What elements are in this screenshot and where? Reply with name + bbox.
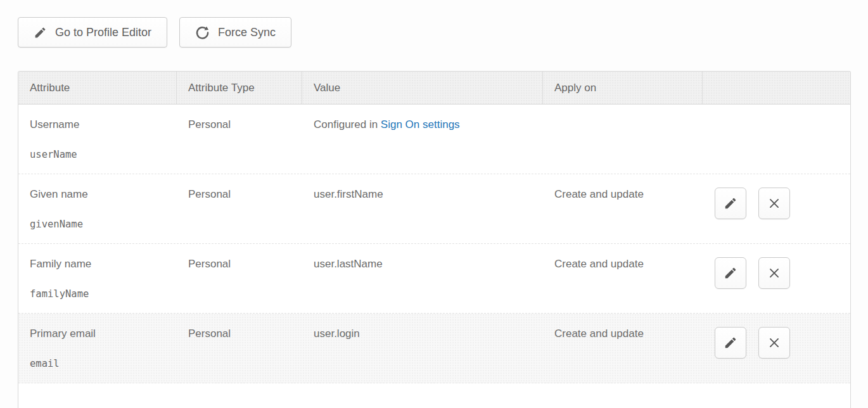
column-header-value: Value [302, 72, 543, 104]
table-row: Given name givenName Personal user.first… [18, 174, 850, 244]
column-header-apply-on: Apply on [543, 72, 703, 104]
attribute-label: Primary email [30, 328, 170, 340]
edit-attribute-button[interactable] [715, 188, 746, 219]
value-cell: user.login [302, 314, 543, 383]
attribute-mappings-table: Attribute Attribute Type Value Apply on … [18, 71, 851, 408]
x-icon [767, 196, 781, 210]
attribute-variable-name: givenName [30, 218, 170, 231]
attribute-type-cell: Personal [177, 105, 302, 174]
pencil-icon [724, 266, 737, 280]
actions-cell [703, 105, 850, 174]
x-icon [767, 266, 781, 280]
table-row: Primary email email Personal user.login … [18, 314, 850, 383]
table-header: Attribute Attribute Type Value Apply on [18, 72, 850, 105]
attribute-label: Family name [30, 258, 170, 271]
refresh-icon [195, 25, 210, 40]
actions-cell [703, 174, 850, 243]
x-icon [767, 336, 781, 350]
force-sync-label: Force Sync [218, 26, 276, 39]
table-row: Username userName Personal Configured in… [18, 105, 850, 174]
attribute-cell: Username userName [18, 105, 177, 174]
value-text: user.firstName [314, 188, 383, 200]
column-header-attribute: Attribute [18, 72, 177, 104]
apply-on-cell [543, 105, 703, 174]
value-text: Configured in [314, 118, 381, 131]
column-header-actions [703, 72, 850, 104]
pencil-icon [34, 26, 47, 39]
value-text: user.login [314, 328, 360, 340]
table-row-partial [18, 383, 850, 408]
column-header-attribute-type: Attribute Type [177, 72, 302, 104]
delete-attribute-button[interactable] [758, 257, 790, 289]
attribute-variable-name: familyName [30, 288, 170, 300]
toolbar: Go to Profile Editor Force Sync [0, 0, 868, 48]
value-cell: user.lastName [302, 244, 543, 313]
edit-attribute-button[interactable] [715, 257, 746, 289]
apply-on-cell: Create and update [543, 314, 703, 383]
edit-attribute-button[interactable] [715, 327, 746, 359]
delete-attribute-button[interactable] [758, 188, 790, 219]
force-sync-button[interactable]: Force Sync [179, 17, 291, 48]
attribute-variable-name: userName [30, 148, 170, 161]
attribute-type-cell: Personal [177, 314, 302, 383]
go-to-profile-editor-button[interactable]: Go to Profile Editor [18, 17, 167, 48]
pencil-icon [724, 196, 737, 210]
attribute-type-cell: Personal [177, 244, 302, 313]
table-row: Family name familyName Personal user.las… [18, 244, 850, 314]
value-cell: Configured in Sign On settings [302, 105, 543, 174]
apply-on-cell: Create and update [543, 174, 703, 243]
attribute-label: Username [30, 118, 170, 131]
attribute-cell: Primary email email [18, 314, 177, 383]
attribute-type-cell: Personal [177, 174, 302, 243]
pencil-icon [724, 336, 737, 350]
attribute-label: Given name [30, 188, 170, 201]
delete-attribute-button[interactable] [758, 327, 790, 359]
value-cell: user.firstName [302, 174, 543, 243]
actions-cell [703, 244, 850, 313]
actions-cell [703, 314, 850, 383]
go-to-profile-editor-label: Go to Profile Editor [55, 26, 151, 39]
attribute-cell: Given name givenName [18, 174, 177, 243]
value-text: user.lastName [314, 258, 383, 270]
attribute-variable-name: email [30, 357, 170, 370]
attribute-cell: Family name familyName [18, 244, 177, 313]
apply-on-cell: Create and update [543, 244, 703, 313]
table-body: Username userName Personal Configured in… [18, 105, 850, 383]
sign-on-settings-link[interactable]: Sign On settings [381, 118, 460, 131]
